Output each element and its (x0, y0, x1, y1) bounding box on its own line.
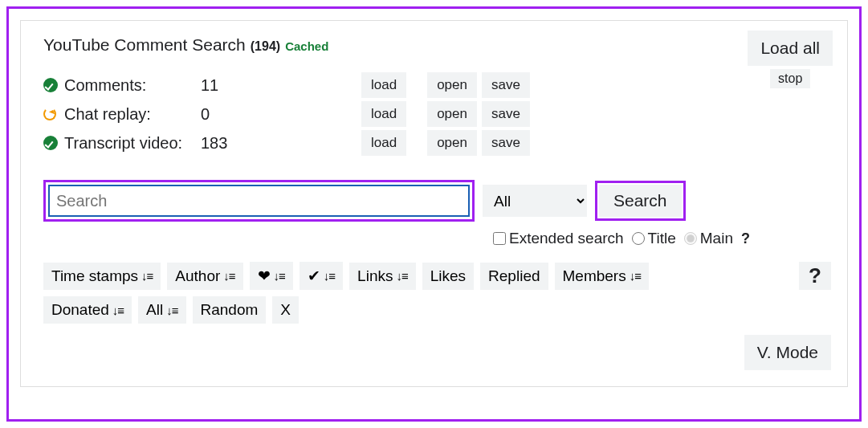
reload-icon (43, 108, 56, 120)
load-button[interactable]: load (361, 72, 406, 98)
search-highlight (43, 180, 475, 222)
page-title: YouTube Comment Search (43, 35, 246, 55)
result-count: (194) (251, 39, 280, 54)
check-icon: ✔ (308, 267, 320, 285)
search-input[interactable] (48, 185, 470, 217)
search-bar: All Search (43, 180, 825, 222)
stat-label: Comments: (64, 76, 201, 95)
scope-select[interactable]: All (483, 185, 587, 217)
extended-search-checkbox[interactable]: Extended search (493, 230, 624, 247)
save-button[interactable]: save (482, 101, 530, 127)
sort-links[interactable]: Links ↓≡ (349, 263, 416, 290)
open-button[interactable]: open (427, 72, 477, 98)
save-button[interactable]: save (482, 130, 530, 156)
check-icon (43, 136, 58, 150)
vmode-button[interactable]: V. Mode (744, 335, 831, 370)
sort-buttons: Time stamps ↓≡ Author ↓≡ ❤ ↓≡ ✔ ↓≡ Links… (43, 262, 718, 324)
stat-value: 0 (201, 105, 361, 124)
sort-author[interactable]: Author ↓≡ (167, 263, 242, 290)
stat-row-chat: Chat replay: 0 load open save (43, 100, 825, 128)
check-icon (43, 78, 58, 92)
sort-clear[interactable]: X (272, 296, 299, 324)
main-panel: YouTube Comment Search (194) Cached Load… (20, 20, 848, 387)
search-button-highlight: Search (595, 181, 686, 221)
heart-icon: ❤ (258, 267, 271, 285)
stat-value: 11 (201, 76, 361, 95)
stat-value: 183 (201, 134, 361, 153)
title-radio[interactable]: Title (632, 230, 676, 247)
options-help-icon[interactable]: ? (741, 230, 750, 247)
help-button[interactable]: ? (799, 262, 831, 290)
title-radio-input[interactable] (632, 232, 645, 245)
search-button[interactable]: Search (599, 185, 682, 217)
load-button[interactable]: load (361, 101, 406, 127)
annotation-frame: YouTube Comment Search (194) Cached Load… (6, 6, 862, 422)
sort-donated[interactable]: Donated ↓≡ (43, 296, 132, 324)
sort-desc-icon: ↓≡ (630, 269, 641, 283)
search-options: Extended search Title Main ? (493, 230, 825, 247)
main-radio-input[interactable] (684, 232, 697, 245)
open-button[interactable]: open (427, 101, 477, 127)
cached-badge: Cached (285, 39, 328, 53)
sort-timestamps[interactable]: Time stamps ↓≡ (43, 263, 161, 290)
sort-desc-icon: ↓≡ (324, 269, 335, 283)
sort-likes[interactable]: Likes (422, 263, 474, 290)
stats-table: Comments: 11 load open save Chat replay:… (43, 71, 825, 157)
sort-all[interactable]: All ↓≡ (138, 296, 185, 324)
sort-desc-icon: ↓≡ (166, 304, 177, 317)
sort-random[interactable]: Random (193, 296, 267, 324)
sort-replied[interactable]: Replied (480, 263, 548, 290)
save-button[interactable]: save (482, 72, 530, 98)
sort-desc-icon: ↓≡ (274, 269, 285, 283)
stop-button[interactable]: stop (770, 69, 810, 88)
open-button[interactable]: open (427, 130, 477, 156)
stat-row-transcript: Transcript video: 183 load open save (43, 128, 825, 157)
sort-desc-icon: ↓≡ (112, 304, 124, 317)
stat-label: Chat replay: (64, 105, 201, 124)
sort-heart[interactable]: ❤ ↓≡ (250, 262, 293, 290)
main-radio[interactable]: Main (684, 230, 733, 247)
sort-members[interactable]: Members ↓≡ (555, 263, 649, 290)
load-button[interactable]: load (361, 130, 406, 156)
extended-checkbox[interactable] (493, 232, 506, 245)
header: YouTube Comment Search (194) Cached (43, 35, 825, 55)
sort-desc-icon: ↓≡ (396, 269, 407, 283)
stat-row-comments: Comments: 11 load open save (43, 71, 825, 100)
sort-desc-icon: ↓≡ (223, 269, 234, 283)
sort-check[interactable]: ✔ ↓≡ (300, 262, 343, 290)
load-all-button[interactable]: Load all (748, 31, 833, 66)
stat-label: Transcript video: (64, 134, 201, 153)
sort-desc-icon: ↓≡ (141, 269, 153, 283)
